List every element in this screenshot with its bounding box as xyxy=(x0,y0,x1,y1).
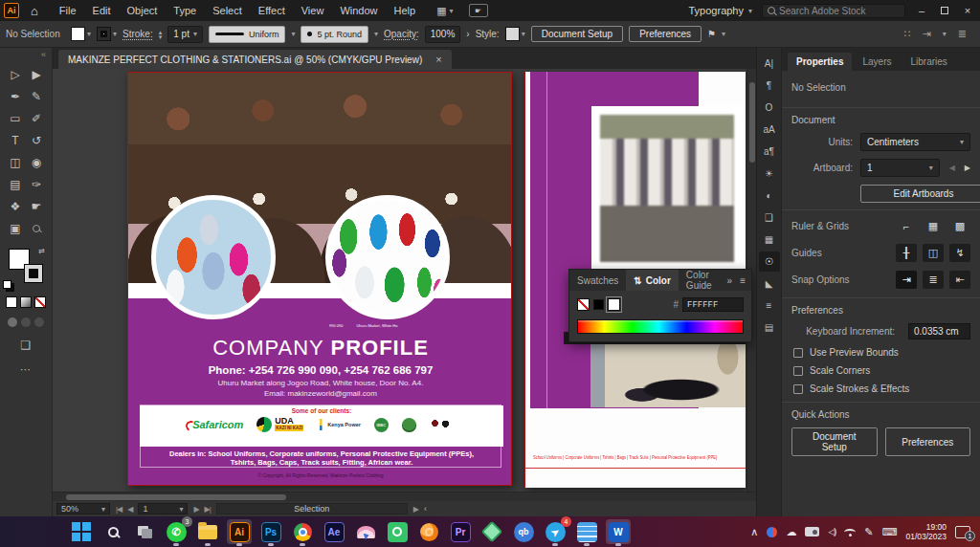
swap-fill-stroke-icon[interactable]: ⇄ xyxy=(38,247,45,255)
default-fill-stroke-icon[interactable] xyxy=(3,280,11,289)
white-swatch[interactable] xyxy=(608,298,620,311)
snap-to-point-icon[interactable]: ⇥ xyxy=(896,271,917,289)
stroke-panel-icon[interactable]: ≡ xyxy=(759,295,780,316)
defender-icon[interactable] xyxy=(767,527,777,537)
menu-edit[interactable]: Edit xyxy=(93,5,111,16)
draw-behind-icon[interactable] xyxy=(21,317,31,327)
black-swatch[interactable] xyxy=(593,299,604,310)
gradient-tool[interactable]: ▤ xyxy=(5,173,26,195)
menu-file[interactable]: File xyxy=(59,5,77,16)
last-artboard-icon[interactable]: ▶| xyxy=(205,505,211,514)
green-camera-app-icon[interactable] xyxy=(385,519,410,544)
notification-center-button[interactable]: 1 xyxy=(955,526,970,538)
collapse-tools-icon[interactable]: « xyxy=(41,50,46,59)
previous-artboard-arrow[interactable]: ◀ xyxy=(949,164,955,172)
phone-line[interactable]: Phone: +254 726 990 090, +254 762 686 79… xyxy=(128,364,512,376)
horizontal-scroll-thumb[interactable] xyxy=(66,494,286,500)
wifi-icon[interactable] xyxy=(844,529,856,536)
scale-corners-checkbox[interactable] xyxy=(793,366,803,376)
show-rulers-icon[interactable]: ⌐ xyxy=(896,217,917,235)
tab-properties[interactable]: Properties xyxy=(788,53,852,71)
smart-guides-icon[interactable]: ↯ xyxy=(949,244,970,262)
character-panel-icon[interactable]: A| xyxy=(759,54,780,74)
use-preview-bounds-row[interactable]: Use Preview Bounds xyxy=(793,347,970,358)
artboard-left[interactable]: 990 090 Uhuru Market, White Ho COMPANY P… xyxy=(127,72,512,486)
menu-select[interactable]: Select xyxy=(212,5,242,16)
gradient-panel-icon[interactable]: ◣ xyxy=(759,274,780,294)
brushes-panel-icon[interactable]: ▤ xyxy=(759,317,780,338)
task-view-button[interactable] xyxy=(132,519,157,544)
keyboard-increment-field[interactable]: 0.0353 cm xyxy=(908,323,970,339)
minimize-button[interactable]: – xyxy=(915,5,928,16)
draw-inside-icon[interactable] xyxy=(34,317,44,327)
none-swatch[interactable] xyxy=(577,298,590,311)
artboard-tool[interactable]: ▣ xyxy=(5,217,26,239)
vertical-scroll-thumb[interactable] xyxy=(749,82,755,163)
eyedropper-tool[interactable]: ✑ xyxy=(26,173,47,195)
home-icon[interactable]: ⌂ xyxy=(31,4,38,18)
taskbar-search-button[interactable] xyxy=(100,519,125,544)
paragraph-panel-icon[interactable]: ¶ xyxy=(759,76,780,96)
chevron-down-icon[interactable]: ▾ xyxy=(374,30,378,38)
type-tool[interactable]: T xyxy=(5,129,26,151)
tracksuits-circle-photo[interactable] xyxy=(325,195,450,319)
artboard-select[interactable]: 1 ▾ xyxy=(860,159,940,177)
snap-to-pixel-icon[interactable]: ⇤ xyxy=(949,271,970,289)
premiere-icon[interactable]: Pr xyxy=(448,519,473,544)
stroke-weight-field[interactable]: 1 pt ▾ xyxy=(167,26,203,43)
stroke-label[interactable]: Stroke: xyxy=(122,29,153,39)
whatsapp-icon[interactable]: ✆ 3 xyxy=(164,519,189,544)
zoom-level-field[interactable]: 50% ▾ xyxy=(56,503,110,514)
first-artboard-icon[interactable]: |◀ xyxy=(116,505,122,514)
company-profile-title[interactable]: COMPANY PROFILE xyxy=(128,336,512,361)
green-diamond-app-icon[interactable] xyxy=(479,519,504,544)
align-glyphs-icon[interactable]: ∷ xyxy=(904,28,911,40)
quickbooks-icon[interactable]: qb xyxy=(511,519,536,544)
chrome-icon[interactable] xyxy=(290,519,315,544)
arrange-documents-icon[interactable]: ▦ ▾ xyxy=(436,5,453,17)
restore-button[interactable] xyxy=(938,5,951,16)
menu-window[interactable]: Window xyxy=(340,5,377,16)
snap-to-grid-icon[interactable]: ≣ xyxy=(923,271,944,289)
pen-tool[interactable]: ✒ xyxy=(5,85,26,107)
photoshop-icon[interactable]: Ps xyxy=(258,519,283,544)
scale-strokes-row[interactable]: Scale Strokes & Effects xyxy=(793,383,970,394)
zoom-tool[interactable] xyxy=(26,217,47,239)
snap-options-icon[interactable]: ⇥ xyxy=(923,28,931,40)
show-grid-icon[interactable]: ▦ xyxy=(923,217,944,235)
illustrator-taskbar-icon[interactable]: Ai xyxy=(227,519,252,544)
clock[interactable]: 19:00 01/03/2023 xyxy=(905,522,947,541)
word-icon[interactable]: W xyxy=(606,519,631,544)
menu-effect[interactable]: Effect xyxy=(258,5,285,16)
rectangle-tool[interactable]: ▭ xyxy=(5,107,26,129)
width-profile-field[interactable]: Uniform xyxy=(209,26,286,43)
start-button[interactable] xyxy=(69,519,94,544)
eraser-tool[interactable]: ◫ xyxy=(5,151,26,173)
next-artboard-arrow[interactable]: ▶ xyxy=(965,164,970,172)
appearance-panel-icon[interactable]: ☀ xyxy=(759,164,780,184)
workspace-switcher[interactable]: Typography ▾ xyxy=(689,5,753,16)
telegram-icon[interactable]: ➤ 4 xyxy=(543,519,568,544)
camera-tray-icon[interactable] xyxy=(805,527,819,536)
close-button[interactable]: × xyxy=(961,5,974,16)
shape-builder-tool[interactable]: ◉ xyxy=(26,151,47,173)
horizontal-scrollbar[interactable] xyxy=(53,492,756,501)
fill-stroke-widget[interactable]: ⇄ xyxy=(9,249,43,283)
rotate-tool[interactable]: ↺ xyxy=(26,129,47,151)
stroke-color-control[interactable]: ▾ xyxy=(97,27,117,41)
artboards-panel-icon[interactable]: ▦ xyxy=(759,230,780,250)
submenu-arrow-icon[interactable]: › xyxy=(466,29,469,39)
students-photo-frame[interactable] xyxy=(591,106,743,271)
scale-corners-row[interactable]: Scale Corners xyxy=(793,365,970,376)
opentype-panel-icon[interactable]: O xyxy=(759,98,780,118)
lock-guides-icon[interactable]: ◫ xyxy=(923,244,944,262)
adobe-stock-search-input[interactable] xyxy=(779,6,892,16)
tab-color-guide[interactable]: Color Guide xyxy=(679,270,727,291)
hex-value-input[interactable] xyxy=(682,297,744,312)
menu-type[interactable]: Type xyxy=(173,5,196,16)
brush-definition-field[interactable]: 5 pt. Round xyxy=(301,26,368,43)
panel-menu-icon[interactable]: ≡ xyxy=(740,275,746,286)
show-transparency-grid-icon[interactable]: ▩ xyxy=(949,217,970,235)
next-artboard-icon[interactable]: ▶ xyxy=(193,505,198,514)
uniforms-circle-photo[interactable] xyxy=(151,195,276,319)
